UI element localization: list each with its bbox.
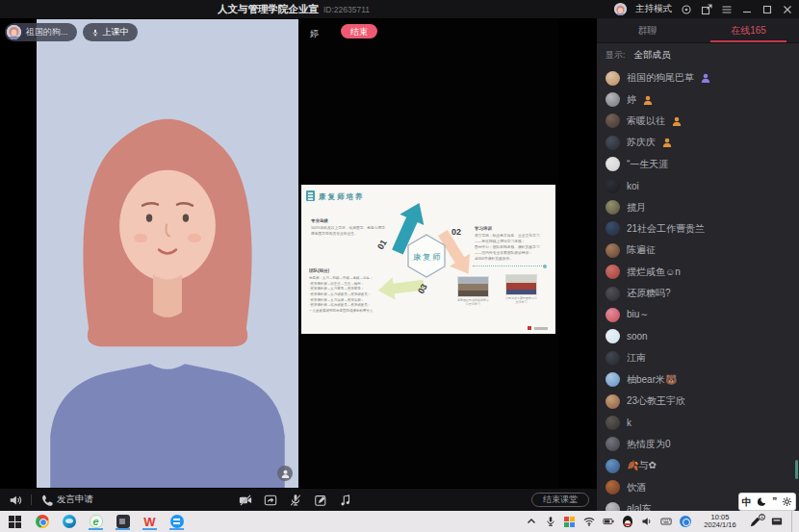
member-row[interactable]: 🍂与✿ [597,455,799,476]
mic-off-icon[interactable] [288,493,303,508]
toolbar-divider [31,494,32,505]
keyboard-icon[interactable] [659,516,672,528]
member-avatar [606,351,620,366]
member-name: soon [627,331,648,342]
taskbar-apps: eW [0,513,184,530]
presenter-name-badge[interactable]: 祖国的狗... [5,23,77,41]
speech-request-button[interactable]: 发言申请 [57,494,93,506]
member-member-badge-icon [643,95,653,105]
member-row[interactable]: 祖国的狗尾巴草 [597,67,799,89]
member-row[interactable]: k [597,412,799,433]
slide-block-heading: 专业选拔 [311,217,390,224]
share-screen-icon[interactable] [263,493,278,508]
slide-photo-image [505,274,537,295]
presenter-badges: 祖国的狗... 上课中 [5,23,138,41]
slide-footer-marks [528,326,548,330]
presenter-badge-avatar [7,25,21,39]
punctuation-icon[interactable]: ” [772,499,777,505]
member-row[interactable]: 陈遍征 [597,240,799,261]
camera-off-icon[interactable] [238,493,253,508]
qq-icon[interactable] [621,516,633,528]
battery-icon[interactable] [602,516,614,528]
end-share-button[interactable]: 结束 [341,24,377,38]
taskbar-clock[interactable]: 10:05 2024/1/16 [698,514,742,530]
color-grid-icon[interactable] [563,516,576,528]
taskbar-app-meeting-icon[interactable] [116,513,130,530]
scrollbar-thumb[interactable] [795,460,798,479]
member-name: 摆烂咸鱼☺n [627,266,681,279]
member-row[interactable]: 还原糖吗? [597,283,799,304]
bottom-toolbar: 发言申请 结束课堂 [0,489,597,511]
toolbar-icons [238,493,353,508]
ime-lang-toggle[interactable]: 中 [742,495,752,509]
member-avatar [606,394,620,409]
member-row[interactable]: 索暖以往 [597,111,799,132]
speaker-icon[interactable] [8,493,23,508]
member-name: 热情度为0 [627,438,671,451]
taskbar-app-green-browser-icon[interactable]: e [89,513,103,530]
moon-icon[interactable] [757,496,767,507]
minimize-icon[interactable] [741,4,753,15]
taskbar-app-start-button[interactable] [8,513,22,530]
taskbar-app-classroom-icon[interactable] [169,513,184,530]
annotate-icon[interactable] [313,493,328,508]
member-member-badge-icon [662,138,672,147]
member-row[interactable]: 婷 [597,89,799,110]
gear-icon[interactable] [782,496,792,507]
end-class-button[interactable]: 结束课堂 [531,493,589,507]
taskbar-app-edge-icon[interactable] [62,513,76,530]
member-row[interactable]: soon [597,326,799,347]
window-title: 人文与管理学院企业宣 [218,3,319,16]
show-desktop-strip[interactable] [791,511,795,532]
slide-photo-2: 公司选送专家到医学中心交流学习 [505,274,537,295]
tab-group-chat[interactable]: 群聊 [597,18,698,42]
presenter-video[interactable] [37,19,298,488]
chevron-up-icon[interactable] [525,516,537,528]
member-row[interactable]: “一生天涯 [597,154,799,175]
member-avatar [606,221,620,236]
member-row[interactable]: 摆烂咸鱼☺n [597,262,799,283]
slide-hexagon-label: 康复师 [413,252,442,262]
stage: 祖国的狗... 上课中 婷 结束 康复师培养 [0,18,597,489]
slide-text-line: 超300节课程实践操作。 [475,255,547,261]
member-filter-select[interactable]: 全部成员 [634,49,671,62]
pen-input-icon[interactable]: 1 [749,515,763,529]
member-avatar [606,265,620,279]
member-row[interactable]: 江南 [597,347,799,368]
blue-circle-icon[interactable] [679,516,691,528]
slide-footer-logo [528,326,531,330]
taskbar-app-wps-icon[interactable]: W [142,513,157,530]
member-avatar [606,502,620,512]
settings-icon[interactable] [681,4,692,15]
tray-mic-icon[interactable] [544,516,556,528]
close-icon[interactable] [782,4,793,15]
member-row[interactable]: 苏庆庆 [597,132,799,153]
participant-audio-indicator[interactable] [277,466,293,481]
member-row[interactable]: 热情度为0 [597,434,799,455]
maximize-icon[interactable] [761,4,773,15]
member-list: 祖国的狗尾巴草婷索暖以往苏庆庆“一生天涯koi揽月21社会工作曹贵兰陈遍征摆烂咸… [597,67,799,511]
member-name: 江南 [627,351,646,365]
slide-photo-caption: 公司选送专家到医学中心交流学习 [505,296,537,304]
host-mode-label: 主持模式 [635,3,672,15]
screen-share-region[interactable]: 婷 结束 康复师培养 康复师 01 02 03 [298,19,558,488]
member-row[interactable]: koi [597,175,799,196]
taskbar-app-chrome-icon[interactable] [35,513,49,530]
member-row[interactable]: 揽月 [597,196,799,217]
popout-icon[interactable] [701,4,712,15]
volume-icon[interactable] [640,516,653,528]
member-avatar [606,480,620,494]
phone-icon[interactable] [39,493,55,508]
action-center-icon[interactable] [770,516,783,528]
member-row[interactable]: 柚bear米🐻 [597,368,799,390]
wifi-icon[interactable] [582,516,595,528]
member-row[interactable]: 21社会工作曹贵兰 [597,218,799,240]
menu-icon[interactable] [721,4,733,15]
presenter-video-illustration [37,19,298,488]
music-icon[interactable] [338,493,353,508]
member-row[interactable]: 23心教王宇欣 [597,391,799,412]
member-row[interactable]: biu～ [597,304,799,325]
tab-online-members[interactable]: 在线165 [698,18,799,42]
member-name: biu～ [627,308,649,321]
class-status-badge[interactable]: 上课中 [83,23,138,41]
